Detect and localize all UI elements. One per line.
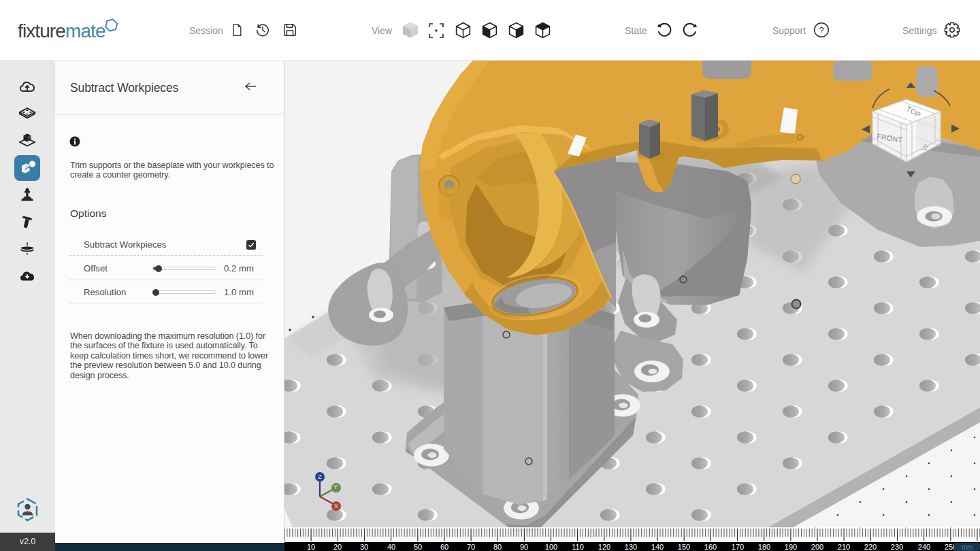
svg-text:50: 50 bbox=[414, 543, 422, 551]
svg-text:130: 130 bbox=[625, 543, 637, 551]
svg-text:120: 120 bbox=[598, 543, 610, 551]
svg-text:Z: Z bbox=[318, 473, 322, 480]
svg-text:230: 230 bbox=[891, 543, 903, 551]
svg-text:30: 30 bbox=[360, 543, 368, 551]
svg-text:200: 200 bbox=[811, 543, 823, 551]
svg-text:Y: Y bbox=[333, 484, 338, 490]
svg-text:X: X bbox=[334, 503, 338, 510]
svg-text:240: 240 bbox=[918, 543, 930, 551]
svg-text:10: 10 bbox=[307, 543, 315, 551]
svg-text:190: 190 bbox=[785, 543, 797, 551]
svg-text:140: 140 bbox=[651, 543, 664, 551]
svg-text:170: 170 bbox=[732, 543, 744, 551]
svg-text:150: 150 bbox=[678, 543, 690, 551]
svg-text:70: 70 bbox=[467, 543, 475, 551]
svg-text:160: 160 bbox=[704, 543, 717, 551]
svg-text:110: 110 bbox=[572, 543, 584, 551]
svg-text:210: 210 bbox=[838, 543, 850, 551]
svg-text:80: 80 bbox=[493, 543, 502, 551]
svg-text:20: 20 bbox=[333, 543, 342, 551]
svg-text:mm: mm bbox=[962, 544, 973, 551]
svg-text:40: 40 bbox=[387, 543, 395, 551]
svg-text:180: 180 bbox=[758, 543, 770, 551]
svg-text:100: 100 bbox=[545, 543, 557, 551]
svg-text:220: 220 bbox=[864, 543, 877, 551]
svg-text:60: 60 bbox=[440, 543, 448, 551]
svg-text:90: 90 bbox=[520, 543, 528, 551]
svg-text:?: ? bbox=[819, 25, 823, 35]
